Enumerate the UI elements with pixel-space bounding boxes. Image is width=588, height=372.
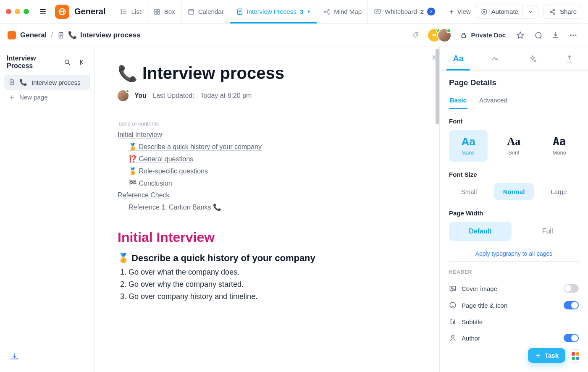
window-controls: [6, 9, 29, 14]
page-title-text[interactable]: Interview process: [142, 64, 284, 83]
breadcrumb-page-emoji: 📞: [68, 31, 77, 39]
apps-button[interactable]: [569, 349, 582, 363]
close-window[interactable]: [6, 9, 11, 14]
presence-avatars[interactable]: [427, 28, 452, 42]
tab-activity[interactable]: [477, 47, 514, 70]
menu-icon[interactable]: [36, 5, 50, 19]
font-sans[interactable]: AaSans: [449, 130, 488, 162]
toc-link[interactable]: ⁉️ General questions: [129, 155, 193, 163]
arrow-right-icon[interactable]: [427, 8, 435, 16]
ordered-list[interactable]: Go over what the company does. Go over w…: [118, 268, 417, 301]
page-title[interactable]: 📞 Interview process: [118, 64, 417, 83]
toc-link[interactable]: 🏁 Conclusion: [129, 180, 172, 187]
view-list-label: List: [131, 8, 141, 15]
font-mono[interactable]: AaMono: [540, 130, 579, 162]
toggle-title-icon[interactable]: [564, 301, 579, 309]
svg-rect-8: [158, 12, 160, 14]
automate-label: Automate: [491, 8, 518, 15]
view-interview-process[interactable]: Interview Process 3 ▼: [230, 0, 318, 23]
subtab-basic[interactable]: Basic: [449, 95, 467, 109]
scrollbar[interactable]: [436, 49, 439, 124]
privacy-button[interactable]: Private Doc: [460, 31, 506, 39]
view-mindmap[interactable]: Mind Map: [317, 0, 368, 23]
chevron-down-icon[interactable]: ▼: [307, 9, 311, 14]
tab-typography[interactable]: Aa: [440, 47, 477, 70]
tab-ai[interactable]: [514, 47, 551, 70]
breadcrumb-page[interactable]: 📞 Interview process: [57, 31, 141, 39]
width-default[interactable]: Default: [449, 222, 512, 241]
search-icon[interactable]: [62, 57, 73, 68]
size-large[interactable]: Large: [539, 183, 579, 200]
tag-icon[interactable]: [409, 28, 423, 42]
list-item[interactable]: Go over company history and timeline.: [129, 292, 417, 301]
sidebar-new-page[interactable]: New page: [4, 90, 90, 105]
view-whiteboard[interactable]: Whiteboard 2: [368, 0, 441, 23]
space-icon[interactable]: [55, 5, 69, 19]
view-list[interactable]: List: [114, 0, 147, 23]
automate-dropdown[interactable]: [523, 5, 538, 18]
list-item[interactable]: Go over why the company started.: [129, 280, 417, 289]
font-serif[interactable]: AaSerif: [494, 130, 533, 162]
view-whiteboard-count: 2: [420, 8, 424, 15]
heading-company-history[interactable]: 🏅 Describe a quick history of your compa…: [118, 253, 417, 264]
download-icon[interactable]: [549, 28, 563, 42]
view-whiteboard-label: Whiteboard: [385, 8, 417, 15]
toc-link[interactable]: 🏅 Describe a quick history of your compa…: [129, 143, 262, 151]
toc-link[interactable]: 🏅 Role-specific questions: [129, 168, 208, 175]
top-toolbar: General List Box Calendar Interview Proc…: [0, 0, 588, 24]
toc-link[interactable]: Reference 1: Carlton Banks 📞: [129, 204, 221, 211]
sidebar-item-interview[interactable]: 📞 Interview process: [4, 75, 90, 90]
toc-link[interactable]: Initial Interview: [118, 131, 162, 139]
automate-main[interactable]: Automate: [476, 5, 523, 19]
svg-point-19: [554, 13, 555, 14]
svg-point-34: [452, 335, 454, 338]
document-canvas[interactable]: 📞 Interview process You Last Updated: To…: [95, 47, 439, 372]
new-task-button[interactable]: Task: [528, 348, 565, 363]
view-interview-label: Interview Process: [247, 8, 297, 15]
more-icon[interactable]: [566, 28, 580, 42]
space-chip-icon[interactable]: [8, 31, 16, 39]
view-calendar-label: Calendar: [198, 8, 224, 15]
size-normal[interactable]: Normal: [494, 183, 534, 200]
breadcrumb-root[interactable]: General: [20, 31, 47, 39]
view-box[interactable]: Box: [147, 0, 181, 23]
toggle-author[interactable]: [564, 334, 579, 342]
size-small[interactable]: Small: [449, 183, 489, 200]
list-item[interactable]: Go over what the company does.: [129, 268, 417, 277]
view-calendar[interactable]: Calendar: [181, 0, 230, 23]
tab-export[interactable]: [551, 47, 588, 70]
svg-point-17: [550, 11, 551, 12]
apply-all-link[interactable]: Apply typography to all pages: [449, 250, 579, 257]
svg-point-4: [121, 13, 122, 14]
minimize-window[interactable]: [15, 9, 20, 14]
avatar-me[interactable]: [437, 28, 452, 42]
maximize-window[interactable]: [24, 9, 29, 14]
subtab-advanced[interactable]: Advanced: [478, 95, 508, 109]
toc-label: Table of contents: [118, 121, 417, 127]
toggle-cover[interactable]: [564, 284, 579, 293]
avatar[interactable]: [118, 90, 129, 101]
add-view-button[interactable]: View: [448, 8, 471, 15]
svg-point-11: [324, 11, 326, 12]
add-view-label: View: [457, 8, 471, 15]
automate-button: Automate: [476, 5, 538, 19]
svg-rect-24: [462, 35, 466, 38]
space-name[interactable]: General: [74, 7, 105, 16]
page-title-emoji[interactable]: 📞: [118, 64, 137, 83]
svg-point-12: [328, 9, 329, 10]
svg-point-21: [417, 34, 417, 34]
privacy-label: Private Doc: [471, 31, 506, 39]
sidebar-new-page-label: New page: [19, 94, 48, 101]
toc-link[interactable]: Reference Check: [118, 191, 170, 199]
width-full[interactable]: Full: [517, 222, 579, 241]
collapse-sidebar-icon[interactable]: [77, 57, 88, 68]
heading-initial-interview[interactable]: Initial Interview: [118, 230, 417, 245]
comment-icon[interactable]: [531, 28, 545, 42]
star-icon[interactable]: [513, 28, 528, 42]
share-button[interactable]: Share: [543, 5, 582, 19]
import-icon[interactable]: [8, 349, 22, 364]
svg-text:t: t: [453, 321, 454, 325]
table-of-contents: Initial Interview 🏅 Describe a quick his…: [118, 131, 417, 211]
subtitle-label: Subtitle: [462, 318, 483, 325]
row-cover-image: Cover image: [449, 280, 579, 297]
